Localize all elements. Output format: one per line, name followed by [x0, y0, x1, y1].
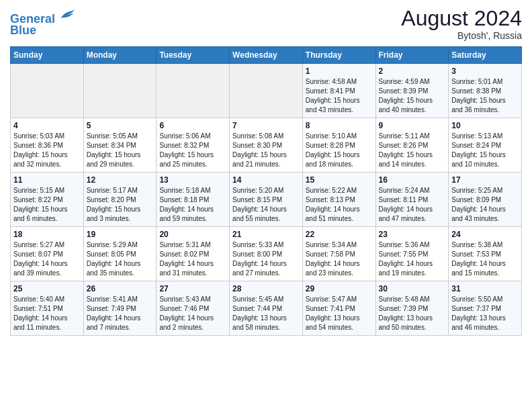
weekday-header-saturday: Saturday [449, 47, 522, 64]
day-info: Sunrise: 5:48 AM Sunset: 7:39 PM Dayligh… [379, 295, 446, 332]
calendar-cell: 21Sunrise: 5:33 AM Sunset: 8:00 PM Dayli… [230, 227, 303, 281]
calendar-cell: 29Sunrise: 5:47 AM Sunset: 7:41 PM Dayli… [302, 281, 375, 336]
day-number: 29 [306, 284, 373, 293]
day-number: 28 [232, 284, 300, 293]
day-number: 11 [13, 175, 81, 185]
calendar-week-5: 25Sunrise: 5:40 AM Sunset: 7:51 PM Dayli… [11, 281, 522, 336]
day-info: Sunrise: 5:20 AM Sunset: 8:15 PM Dayligh… [232, 186, 300, 224]
day-number: 22 [306, 230, 373, 239]
day-info: Sunrise: 5:24 AM Sunset: 8:11 PM Dayligh… [379, 186, 446, 224]
day-number: 21 [232, 230, 300, 239]
calendar-cell: 22Sunrise: 5:34 AM Sunset: 7:58 PM Dayli… [302, 227, 375, 281]
calendar-cell: 9Sunrise: 5:11 AM Sunset: 8:26 PM Daylig… [375, 118, 449, 173]
day-number: 27 [159, 284, 226, 293]
weekday-header-tuesday: Tuesday [157, 47, 230, 64]
day-number: 20 [159, 230, 226, 239]
day-info: Sunrise: 5:25 AM Sunset: 8:09 PM Dayligh… [451, 186, 519, 224]
day-info: Sunrise: 5:18 AM Sunset: 8:18 PM Dayligh… [159, 186, 226, 224]
day-number: 5 [87, 121, 154, 130]
day-number: 24 [451, 230, 519, 239]
weekday-header-monday: Monday [83, 47, 157, 64]
calendar-cell: 16Sunrise: 5:24 AM Sunset: 8:11 PM Dayli… [375, 173, 449, 227]
day-number: 3 [451, 66, 519, 76]
day-info: Sunrise: 5:36 AM Sunset: 7:55 PM Dayligh… [379, 240, 446, 278]
calendar-cell [230, 64, 303, 118]
day-info: Sunrise: 5:38 AM Sunset: 7:53 PM Dayligh… [451, 240, 519, 278]
day-number: 1 [306, 66, 373, 76]
day-number: 13 [159, 175, 226, 185]
day-info: Sunrise: 5:40 AM Sunset: 7:51 PM Dayligh… [13, 295, 81, 332]
day-info: Sunrise: 5:22 AM Sunset: 8:13 PM Dayligh… [306, 186, 373, 224]
day-info: Sunrise: 5:06 AM Sunset: 8:32 PM Dayligh… [159, 132, 226, 169]
day-info: Sunrise: 5:13 AM Sunset: 8:24 PM Dayligh… [451, 132, 519, 169]
day-info: Sunrise: 5:10 AM Sunset: 8:28 PM Dayligh… [306, 132, 373, 169]
day-number: 6 [159, 121, 226, 130]
calendar-cell: 2Sunrise: 4:59 AM Sunset: 8:39 PM Daylig… [375, 64, 449, 118]
day-info: Sunrise: 5:47 AM Sunset: 7:41 PM Dayligh… [306, 295, 373, 332]
day-number: 23 [379, 230, 446, 239]
weekday-header-row: SundayMondayTuesdayWednesdayThursdayFrid… [11, 47, 522, 64]
calendar-week-3: 11Sunrise: 5:15 AM Sunset: 8:22 PM Dayli… [11, 173, 522, 227]
day-number: 17 [451, 175, 519, 185]
calendar-cell: 18Sunrise: 5:27 AM Sunset: 8:07 PM Dayli… [11, 227, 84, 281]
calendar-cell: 5Sunrise: 5:05 AM Sunset: 8:34 PM Daylig… [83, 118, 157, 173]
location-title: Bytosh', Russia [401, 30, 522, 41]
month-year-title: August 2024 [401, 7, 522, 30]
logo: General Blue [10, 7, 76, 38]
calendar-cell: 14Sunrise: 5:20 AM Sunset: 8:15 PM Dayli… [230, 173, 303, 227]
calendar-cell: 26Sunrise: 5:41 AM Sunset: 7:49 PM Dayli… [83, 281, 157, 336]
calendar-cell: 7Sunrise: 5:08 AM Sunset: 8:30 PM Daylig… [230, 118, 303, 173]
calendar-cell: 23Sunrise: 5:36 AM Sunset: 7:55 PM Dayli… [375, 227, 449, 281]
day-number: 16 [379, 175, 446, 185]
calendar-cell: 12Sunrise: 5:17 AM Sunset: 8:20 PM Dayli… [83, 173, 157, 227]
day-number: 19 [87, 230, 154, 239]
calendar-cell: 3Sunrise: 5:01 AM Sunset: 8:38 PM Daylig… [449, 64, 522, 118]
day-info: Sunrise: 5:33 AM Sunset: 8:00 PM Dayligh… [232, 240, 300, 278]
day-info: Sunrise: 5:45 AM Sunset: 7:44 PM Dayligh… [232, 295, 300, 332]
day-info: Sunrise: 5:31 AM Sunset: 8:02 PM Dayligh… [159, 240, 226, 278]
day-info: Sunrise: 5:11 AM Sunset: 8:26 PM Dayligh… [379, 132, 446, 169]
weekday-header-wednesday: Wednesday [230, 47, 303, 64]
day-number: 30 [379, 284, 446, 293]
calendar-body: 1Sunrise: 4:58 AM Sunset: 8:41 PM Daylig… [11, 64, 522, 336]
logo-bird-icon [60, 7, 76, 23]
day-info: Sunrise: 5:15 AM Sunset: 8:22 PM Dayligh… [13, 186, 81, 224]
calendar-cell: 17Sunrise: 5:25 AM Sunset: 8:09 PM Dayli… [449, 173, 522, 227]
day-number: 12 [87, 175, 154, 185]
calendar-cell: 13Sunrise: 5:18 AM Sunset: 8:18 PM Dayli… [157, 173, 230, 227]
day-number: 4 [13, 121, 81, 130]
calendar-cell: 30Sunrise: 5:48 AM Sunset: 7:39 PM Dayli… [375, 281, 449, 336]
calendar-cell: 10Sunrise: 5:13 AM Sunset: 8:24 PM Dayli… [449, 118, 522, 173]
day-number: 31 [451, 284, 519, 293]
page: General Blue August 2024 Bytosh', Russia… [0, 0, 532, 411]
calendar-week-4: 18Sunrise: 5:27 AM Sunset: 8:07 PM Dayli… [11, 227, 522, 281]
calendar-cell: 20Sunrise: 5:31 AM Sunset: 8:02 PM Dayli… [157, 227, 230, 281]
calendar-cell: 8Sunrise: 5:10 AM Sunset: 8:28 PM Daylig… [302, 118, 375, 173]
day-info: Sunrise: 5:41 AM Sunset: 7:49 PM Dayligh… [87, 295, 154, 332]
calendar-cell: 4Sunrise: 5:03 AM Sunset: 8:36 PM Daylig… [11, 118, 84, 173]
day-number: 14 [232, 175, 300, 185]
day-number: 15 [306, 175, 373, 185]
calendar-cell: 24Sunrise: 5:38 AM Sunset: 7:53 PM Dayli… [449, 227, 522, 281]
day-number: 18 [13, 230, 81, 239]
day-number: 8 [306, 121, 373, 130]
title-block: August 2024 Bytosh', Russia [401, 7, 522, 41]
weekday-header-friday: Friday [375, 47, 449, 64]
day-number: 26 [87, 284, 154, 293]
calendar-cell: 25Sunrise: 5:40 AM Sunset: 7:51 PM Dayli… [11, 281, 84, 336]
day-number: 7 [232, 121, 300, 130]
day-number: 10 [451, 121, 519, 130]
calendar-cell: 11Sunrise: 5:15 AM Sunset: 8:22 PM Dayli… [11, 173, 84, 227]
calendar-cell: 27Sunrise: 5:43 AM Sunset: 7:46 PM Dayli… [157, 281, 230, 336]
day-info: Sunrise: 5:05 AM Sunset: 8:34 PM Dayligh… [87, 132, 154, 169]
calendar-week-1: 1Sunrise: 4:58 AM Sunset: 8:41 PM Daylig… [11, 64, 522, 118]
calendar-cell: 28Sunrise: 5:45 AM Sunset: 7:44 PM Dayli… [230, 281, 303, 336]
day-info: Sunrise: 5:27 AM Sunset: 8:07 PM Dayligh… [13, 240, 81, 278]
day-info: Sunrise: 4:58 AM Sunset: 8:41 PM Dayligh… [306, 77, 373, 115]
day-number: 9 [379, 121, 446, 130]
day-info: Sunrise: 5:08 AM Sunset: 8:30 PM Dayligh… [232, 132, 300, 169]
weekday-header-sunday: Sunday [11, 47, 84, 64]
calendar-cell: 31Sunrise: 5:50 AM Sunset: 7:37 PM Dayli… [449, 281, 522, 336]
day-info: Sunrise: 5:03 AM Sunset: 8:36 PM Dayligh… [13, 132, 81, 169]
calendar-cell: 6Sunrise: 5:06 AM Sunset: 8:32 PM Daylig… [157, 118, 230, 173]
